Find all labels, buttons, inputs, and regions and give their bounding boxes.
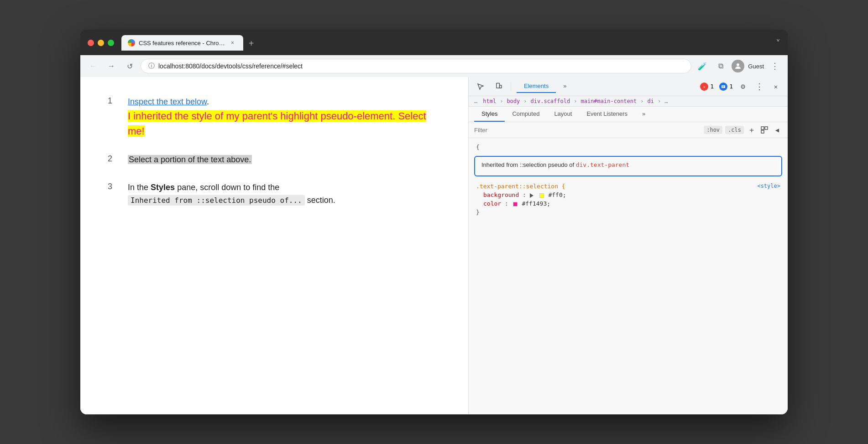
step-content: In the Styles pane, scroll down to find …: [128, 181, 335, 207]
close-devtools-button[interactable]: ✕: [769, 80, 782, 93]
step3-b: pane, scroll down to find the: [177, 183, 279, 192]
styles-content: { Inherited from ::selection pseudo of d…: [469, 138, 788, 414]
breadcrumb-bar: … html › body › div.scaffold › main#main…: [469, 96, 788, 107]
error-badge: ✕: [700, 83, 708, 91]
filter-bar: :hov .cls + ◀: [469, 122, 788, 138]
inspect-link[interactable]: Inspect the text below: [128, 97, 207, 106]
svg-rect-1: [497, 83, 500, 88]
settings-button[interactable]: ⚙: [737, 80, 749, 93]
devtools-body: … html › body › div.scaffold › main#main…: [469, 96, 788, 414]
inherited-selector: div.text-parent: [576, 161, 629, 168]
svg-rect-5: [722, 85, 725, 88]
color-value: #ff1493;: [522, 200, 550, 207]
step1-dot: .: [207, 97, 209, 106]
cls-button[interactable]: .cls: [725, 126, 744, 134]
bc-sep2: ›: [523, 98, 527, 104]
step-number: 3: [108, 182, 117, 191]
step3-c: section.: [307, 196, 335, 205]
tab-more[interactable]: »: [556, 80, 574, 93]
guest-label: Guest: [748, 63, 764, 70]
maximize-window-button[interactable]: [108, 40, 114, 46]
cursor-icon: [476, 83, 485, 91]
message-count: 1: [729, 83, 733, 90]
devtools-toolbar: Elements » ✕ 1 1: [469, 77, 788, 96]
css-source-link[interactable]: <style>: [757, 183, 780, 189]
color-swatch-yellow[interactable]: [539, 193, 544, 198]
color-expand-icon[interactable]: [530, 193, 533, 198]
svg-rect-10: [761, 130, 764, 133]
tabs-bar: CSS features reference - Chro… × + ˅: [121, 35, 780, 51]
css-selector-line: .text-parent::selection { <style>: [476, 182, 780, 191]
browser-tab[interactable]: CSS features reference - Chro… ×: [121, 35, 243, 51]
tab-styles[interactable]: Styles: [474, 107, 505, 122]
refresh-button[interactable]: ↺: [122, 59, 137, 73]
list-item: 2 Select a portion of the text above.: [108, 153, 441, 166]
experiments-button[interactable]: 🧪: [695, 59, 710, 73]
error-badge-wrap: ✕ 1: [698, 83, 714, 91]
closing-brace: }: [476, 209, 480, 216]
step-number: 1: [108, 96, 117, 106]
step3-a: In the: [128, 183, 148, 192]
list-item: 3 In the Styles pane, scroll down to fin…: [108, 181, 441, 207]
inherited-label: Inherited from ::selection pseudo of div…: [481, 161, 775, 168]
background-prop: background: [483, 191, 519, 198]
error-icon: ✕: [702, 84, 706, 89]
bc-sep: ›: [500, 98, 503, 104]
error-count: 1: [710, 83, 714, 90]
color-swatch-pink[interactable]: [513, 202, 518, 207]
style-tabs: Styles Computed Layout Event Listeners »: [469, 107, 788, 122]
list-item: 1 Inspect the text below. I inherited th…: [108, 95, 441, 139]
filter-actions: :hov .cls + ◀: [704, 125, 782, 135]
css-rule-block: .text-parent::selection { <style> backgr…: [469, 180, 788, 218]
svg-rect-9: [765, 127, 768, 129]
layout-icon-button[interactable]: [759, 125, 769, 135]
new-tab-button[interactable]: +: [245, 37, 258, 50]
inspect-element-button[interactable]: [474, 80, 487, 93]
css-selector: .text-parent::selection {: [476, 183, 565, 190]
breadcrumb-main[interactable]: main#main-content: [580, 98, 637, 104]
minimize-window-button[interactable]: [98, 40, 104, 46]
tab-more-styles[interactable]: »: [635, 107, 653, 122]
back-button[interactable]: ←: [86, 59, 100, 73]
breadcrumb-scaffold[interactable]: div.scaffold: [531, 98, 570, 104]
split-screen-button[interactable]: ⧉: [713, 59, 728, 73]
add-style-rule-button[interactable]: +: [747, 125, 757, 135]
devtools-more-button[interactable]: ⋮: [753, 80, 766, 93]
chrome-favicon-icon: [128, 39, 135, 46]
tab-close-button[interactable]: ×: [229, 39, 237, 47]
breadcrumb-dots: …: [474, 98, 477, 104]
devtools-panel: Elements » ✕ 1 1: [468, 77, 788, 414]
tab-computed[interactable]: Computed: [505, 107, 547, 122]
nav-actions: 🧪 ⧉ Guest ⋮: [695, 59, 782, 73]
breadcrumb-body[interactable]: body: [507, 98, 520, 104]
tab-elements[interactable]: Elements: [517, 80, 556, 93]
highlight-text: I inherited the style of my parent's hig…: [128, 110, 426, 137]
url-text: localhost:8080/docs/devtools/css/referen…: [158, 62, 684, 70]
breadcrumb-html[interactable]: html: [483, 98, 496, 104]
hov-button[interactable]: :hov: [704, 126, 722, 134]
device-mode-button[interactable]: [492, 80, 505, 93]
background-value: #ff0;: [548, 191, 566, 198]
bc-sep3: ›: [574, 98, 577, 104]
forward-button[interactable]: →: [104, 59, 119, 73]
back-icon-button[interactable]: ◀: [772, 125, 782, 135]
toolbar-separator: [511, 82, 511, 91]
nav-bar: ← → ↺ ⓘ localhost:8080/docs/devtools/css…: [80, 55, 788, 77]
device-icon: [495, 83, 503, 91]
colon1: :: [523, 191, 530, 198]
browser-window: CSS features reference - Chro… × + ˅ ← →…: [80, 30, 788, 414]
instruction-list: 1 Inspect the text below. I inherited th…: [108, 95, 441, 207]
breadcrumb-di[interactable]: di: [648, 98, 654, 104]
tab-layout[interactable]: Layout: [547, 107, 579, 122]
address-bar[interactable]: ⓘ localhost:8080/docs/devtools/css/refer…: [141, 59, 691, 73]
chrome-menu-button[interactable]: ⋮: [768, 59, 782, 73]
tab-menu-button[interactable]: ˅: [776, 38, 780, 49]
filter-input[interactable]: [474, 127, 700, 134]
inherited-section: Inherited from ::selection pseudo of div…: [474, 156, 782, 176]
tab-event-listeners[interactable]: Event Listeners: [579, 107, 635, 122]
step-content: Select a portion of the text above.: [128, 153, 252, 166]
step3-code: Inherited from ::selection pseudo of...: [128, 195, 305, 206]
step3-bold: Styles: [151, 183, 175, 192]
close-window-button[interactable]: [88, 40, 94, 46]
avatar[interactable]: [732, 60, 744, 72]
